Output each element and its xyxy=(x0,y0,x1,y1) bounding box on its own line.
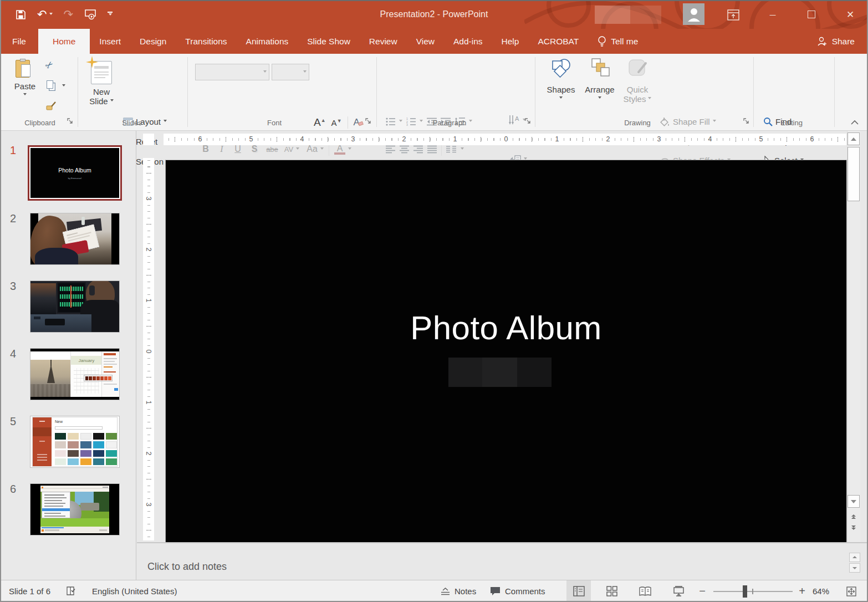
tell-me-box[interactable]: Tell me xyxy=(588,29,647,54)
notes-scroll-down-button[interactable] xyxy=(849,563,860,573)
font-name-combobox[interactable] xyxy=(195,64,269,80)
align-right-icon[interactable] xyxy=(413,145,423,154)
clear-formatting-button[interactable]: A xyxy=(354,117,363,128)
columns-icon[interactable] xyxy=(446,145,456,154)
ribbon-display-options-button[interactable] xyxy=(725,8,742,22)
font-size-combobox[interactable] xyxy=(272,64,309,80)
customize-quick-access-toolbar-button[interactable] xyxy=(108,12,113,17)
paste-button[interactable]: Paste xyxy=(10,58,40,111)
shape-fill-icon xyxy=(660,117,670,126)
title-bar: ↶ ↷ Presentation2 - PowerPoint ─ ✕ xyxy=(0,0,868,29)
slide-canvas[interactable]: Photo Album xyxy=(166,160,846,543)
close-button[interactable]: ✕ xyxy=(838,0,862,29)
shape-fill-button[interactable]: Shape Fill xyxy=(660,115,716,128)
reading-view-button[interactable] xyxy=(633,580,657,602)
zoom-level[interactable]: 64% xyxy=(813,586,829,596)
tab-transitions[interactable]: Transitions xyxy=(176,29,236,54)
tab-help[interactable]: Help xyxy=(492,29,529,54)
tab-acrobat[interactable]: ACROBAT xyxy=(528,29,588,54)
maximize-button[interactable] xyxy=(799,0,824,29)
tab-review[interactable]: Review xyxy=(360,29,407,54)
share-button[interactable]: Share xyxy=(807,29,868,54)
strikethrough-button[interactable]: abe xyxy=(263,145,282,154)
justify-icon[interactable] xyxy=(427,145,437,154)
drawing-dialog-launcher-icon[interactable] xyxy=(743,118,750,125)
zoom-in-button[interactable]: + xyxy=(794,580,810,602)
italic-button[interactable]: I xyxy=(214,144,229,154)
zoom-out-button[interactable]: − xyxy=(694,580,711,602)
slide-indicator[interactable]: Slide 1 of 6 xyxy=(9,586,50,596)
notes-pane[interactable]: Click to add notes xyxy=(137,543,868,580)
notes-scroll-up-button[interactable] xyxy=(849,553,860,562)
tab-view[interactable]: View xyxy=(407,29,444,54)
slide-thumbnail-3[interactable] xyxy=(30,281,119,332)
tab-file[interactable]: File xyxy=(0,29,38,54)
language-indicator[interactable]: English (United States) xyxy=(92,586,177,596)
fit-slide-to-window-button[interactable] xyxy=(840,580,862,602)
bold-button[interactable]: B xyxy=(197,144,214,154)
slide-title[interactable]: Photo Album xyxy=(166,309,846,347)
share-person-icon xyxy=(816,36,828,47)
format-painter-icon[interactable] xyxy=(45,100,57,111)
tab-slide-show[interactable]: Slide Show xyxy=(298,29,360,54)
normal-view-button[interactable] xyxy=(566,580,591,602)
comments-toggle-button[interactable]: Comments xyxy=(490,580,545,602)
vertical-scrollbar-thumb[interactable] xyxy=(847,147,860,201)
slide-sorter-view-button[interactable] xyxy=(600,580,624,602)
tab-insert[interactable]: Insert xyxy=(90,29,130,54)
font-dialog-launcher-icon[interactable] xyxy=(365,118,372,125)
zoom-slider-handle[interactable] xyxy=(743,585,747,598)
align-center-icon[interactable] xyxy=(400,145,409,154)
text-direction-button[interactable]: A xyxy=(508,114,526,127)
vertical-ruler[interactable]: 3 2 1 0 1 2 3 xyxy=(143,158,154,540)
copy-caret[interactable] xyxy=(62,84,65,88)
shrink-font-button[interactable]: A▼ xyxy=(331,118,342,127)
scroll-up-button[interactable] xyxy=(847,132,860,145)
thumb4-color-swatches xyxy=(84,375,113,381)
new-slide-button[interactable]: New Slide xyxy=(84,58,119,111)
undo-dropdown-caret[interactable] xyxy=(49,13,53,17)
font-color-button[interactable]: A xyxy=(334,144,345,155)
scroll-down-button[interactable] xyxy=(847,495,860,508)
bullets-icon[interactable] xyxy=(386,118,395,126)
arrange-button[interactable]: Arrange xyxy=(582,58,617,111)
change-case-button[interactable]: Aa xyxy=(304,144,320,154)
undo-button[interactable]: ↶ xyxy=(37,9,53,19)
cut-icon[interactable]: ✂ xyxy=(43,58,56,72)
quick-styles-button[interactable]: Quick Styles xyxy=(621,58,654,111)
slide-thumbnail-6[interactable] xyxy=(30,484,119,535)
slide-show-view-button[interactable] xyxy=(666,580,691,602)
clipboard-dialog-launcher-icon[interactable] xyxy=(67,118,74,125)
copy-icon[interactable] xyxy=(47,80,53,89)
underline-button[interactable]: U xyxy=(229,144,246,154)
avatar[interactable] xyxy=(683,3,704,25)
slide-thumbnail-5[interactable]: New xyxy=(30,416,119,467)
paragraph-dialog-launcher-icon[interactable] xyxy=(524,118,532,125)
text-shadow-button[interactable]: S xyxy=(246,144,263,154)
tab-animations[interactable]: Animations xyxy=(237,29,298,54)
save-icon[interactable] xyxy=(16,9,26,20)
redo-icon[interactable]: ↷ xyxy=(64,9,74,19)
grow-font-button[interactable]: A▲ xyxy=(314,116,326,129)
redacted-subtitle-segment xyxy=(517,358,552,387)
spell-check-icon[interactable] xyxy=(65,585,77,597)
next-slide-button[interactable] xyxy=(847,522,860,534)
horizontal-ruler[interactable]: 6 5 4 3 2 1 0 1 2 3 4 5 6 xyxy=(164,134,846,145)
tab-add-ins[interactable]: Add-ins xyxy=(444,29,492,54)
zoom-slider-track[interactable] xyxy=(713,591,793,592)
collapse-ribbon-icon[interactable] xyxy=(850,119,860,126)
shapes-button[interactable]: Shapes xyxy=(544,58,578,111)
start-from-beginning-icon[interactable] xyxy=(84,9,96,20)
slide-thumbnail-4[interactable]: January xyxy=(30,349,119,400)
character-spacing-button[interactable]: AV xyxy=(282,145,296,154)
notes-placeholder[interactable]: Click to add notes xyxy=(147,561,227,573)
minimize-button[interactable]: ─ xyxy=(760,0,785,29)
previous-slide-button[interactable] xyxy=(847,510,860,522)
tab-design[interactable]: Design xyxy=(130,29,176,54)
slide-thumbnail-1[interactable]: Photo Album by Emmanuel xyxy=(28,145,122,201)
align-left-icon[interactable] xyxy=(386,145,395,154)
tab-home[interactable]: Home xyxy=(38,29,90,54)
notes-toggle-button[interactable]: Notes xyxy=(441,580,476,602)
slide-thumbnail-2[interactable] xyxy=(30,213,119,264)
numbering-icon[interactable]: 123 xyxy=(406,118,416,126)
